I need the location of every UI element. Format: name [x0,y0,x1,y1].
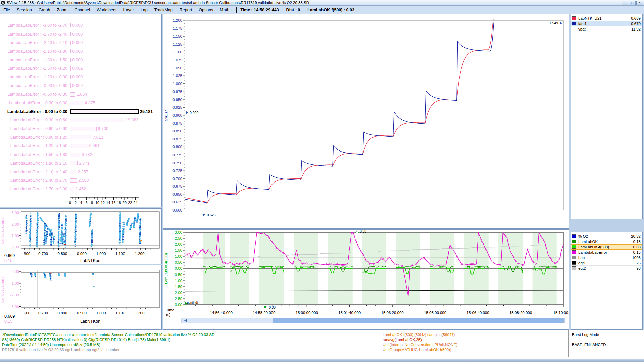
menu-item-lap[interactable]: Lap [137,8,151,12]
scatter-point [91,235,93,236]
menu-item-file[interactable]: File [0,8,13,12]
menu-item-math[interactable]: Math [216,8,233,12]
legend-row-lambdalaberror[interactable]: LambdaLabError0.15 [571,250,642,255]
histogram-row[interactable]: LambdaLabError : -0.30 to 0.004.875 [0,99,161,107]
histogram-bin-label: LambdaLabError : -0.60 to -0.30 [0,92,67,97]
scatter-y-axis-title: LambdaLabError [0,275,4,303]
scatter-point [44,230,46,230]
histogram-row[interactable]: LambdaLabError : 1.80 to 2.102.771 [0,159,161,168]
histogram-row[interactable]: LambdaLabError : 2.40 to 2.702.503 [0,176,161,185]
histogram-row[interactable]: LambdaLabError : 1.50 to 1.803.732 [0,150,161,159]
legend-row-lam1[interactable]: lam10.670 [571,21,642,26]
scatter-point [37,227,38,228]
histogram-row[interactable]: LambdaLabError : -1.50 to -1.200.002 [0,64,161,73]
scatter-top-canvas[interactable]: 3.002.001.000.00LambdaLabError6000.7000.… [0,209,161,264]
scatter-point [139,238,141,239]
histogram-row[interactable]: LambdaLabError : 2.10 to 2.402.257 [0,168,161,176]
window-bottom-edge [0,359,644,362]
main-y-tick-label: 0.925 [172,105,182,109]
histogram-axis-tick: 22 [128,201,132,205]
histogram-bar [70,187,74,191]
channel-color-swatch [572,256,576,259]
histogram-row[interactable]: LambdaLabError : 0.90 to 1.207.812 [0,133,161,142]
scatter-point [75,214,76,215]
scatter-point [37,218,38,218]
main-plot-area[interactable] [185,20,563,210]
histogram-row[interactable]: LambdaLabError : 0.60 to 0.909.700 [0,124,161,133]
menu-item-layer[interactable]: Layer [120,8,137,12]
cursor-readout: Dist : 0 [286,8,300,12]
scatter-x-tick-label: 1.000 [96,252,106,256]
scatter-point [58,215,60,216]
scatter-point [58,229,59,229]
bottom-y-tick-label: -3.00 [174,303,182,307]
log-mode-value: BASE, ENHANCED [572,342,606,347]
histogram-row[interactable]: LambdaLabError : -1.20 to -0.900.000 [0,73,161,81]
main-y-tick-label: 0.650 [172,192,182,196]
scatter-point [36,246,37,246]
menu-item-report[interactable]: Report [176,8,196,12]
main-chart-canvas[interactable]: 1.2001.1751.1501.1251.1001.0751.0501.025… [163,14,569,228]
scatter-point [61,231,63,231]
histogram-bin-label: LambdaLabError : 0.30 to 0.60 [0,118,67,122]
histogram-row[interactable]: LambdaLabError : -0.60 to -0.301.854 [0,90,161,99]
legend-row-lamlabok[interactable]: LamLabOK0.15 [571,239,642,244]
menu-item-channel[interactable]: Channel [71,8,93,12]
histogram-row[interactable]: LambdaLabError : 0.30 to 0.6019.883 [0,116,161,125]
legend-row-egt1[interactable]: egt126 [571,260,642,266]
histogram-row[interactable]: LambdaLabError : -2.70 to -2.400.000 [0,30,161,39]
scrollbar-thumb[interactable] [273,318,563,323]
scatter-point [93,274,94,275]
bottom-chart-canvas[interactable]: 3.002.502.001.501.000.500.00-0.50-1.00-1… [163,230,569,329]
menu-item-trackmap[interactable]: TrackMap [151,8,176,12]
scatter-y-tick-label: 0.00 [12,269,19,274]
minimize-button[interactable]: ─ [622,1,628,5]
menu-item-session[interactable]: Session [13,8,35,12]
legend-row-labntk-u21[interactable]: LabNTK_U210.669 [571,16,642,21]
histogram-row[interactable]: LambdaLabError : -1.80 to -1.500.000 [0,56,161,64]
histogram-row[interactable]: LambdaLabError : -2.10 to -1.800.000 [0,47,161,56]
histogram-row[interactable]: LambdaLabError : -2.40 to -2.100.000 [0,38,161,47]
close-button[interactable]: ✕ [636,1,643,5]
histogram-bin-value: 25.181 [140,109,153,114]
menu-item-zoom[interactable]: Zoom [53,8,71,12]
legend-row-egt2[interactable]: egt298 [571,266,642,271]
histogram-bar [70,144,88,148]
legend-row-lamlabok-f-500-[interactable]: LamLabOK-f(500)0.03 [571,244,642,250]
legend-row---o2[interactable]: % O220.32 [571,234,642,239]
scatter-point [131,223,133,224]
histogram-row[interactable]: LambdaLabError : -0.90 to -0.600.069 [0,81,161,90]
scatter-point [139,233,140,233]
scatter-point [30,216,31,216]
scatter-point [140,222,141,223]
scatter-point [92,229,93,230]
scatter-x-tick-label: 600 [24,311,30,315]
scatter-point [51,233,52,234]
scatter-plot-area[interactable] [21,270,159,308]
legend-row-bap[interactable]: bap1008 [571,255,642,260]
main-y-axis-title: lam1 (λ) [164,108,168,122]
main-y-tick-label: 1.100 [172,50,182,54]
min-marker[interactable] [202,214,205,216]
histogram-row[interactable]: LambdaLabError : 2.70 to 3.001.452 [0,185,161,193]
scatter-bottom-canvas[interactable]: 0.00-1.00-2.00-3.00LambdaLabError6000.70… [0,265,161,329]
histogram-row[interactable]: LambdaLabError : 1.20 to 1.506.491 [0,142,161,150]
menu-item-graph[interactable]: Graph [35,8,54,12]
maximize-button[interactable]: ▢ [629,1,636,5]
menu-item-options[interactable]: Options [195,8,216,12]
scatter-point [58,223,60,224]
legend-row-vbat[interactable]: vbat11.92 [571,26,642,32]
histogram-row[interactable]: LambdaLabError : -3.00 to -2.700.000 [0,21,161,30]
scatter-point [26,224,27,225]
histogram-row[interactable]: LambdaLabError : 0.00 to 0.3025.181 [0,107,161,116]
menu-item-worksheet[interactable]: Worksheet [93,8,120,12]
histogram-bar [70,161,78,165]
scatter-point [37,222,38,222]
scatter-point [45,276,46,277]
scatter-point [75,216,77,217]
scatter-point [46,237,47,238]
main-y-tick-label: 1.000 [172,82,182,86]
histogram-bin-value: 0.069 [72,83,83,88]
scatter-point [92,232,93,232]
max-marker[interactable] [355,230,359,233]
